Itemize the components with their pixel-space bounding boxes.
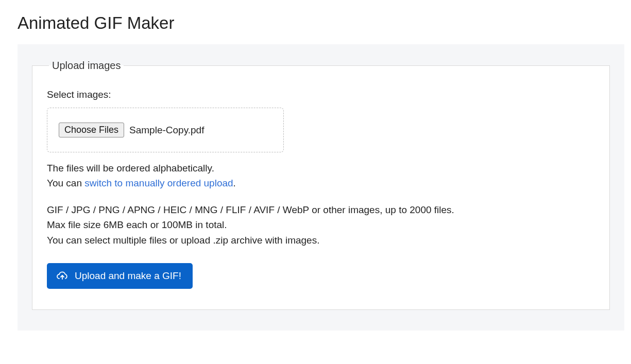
- formats-line: GIF / JPG / PNG / APNG / HEIC / MNG / FL…: [47, 202, 595, 217]
- cloud-upload-icon: [56, 271, 69, 281]
- choose-files-button[interactable]: Choose Files: [59, 123, 124, 137]
- page-title: Animated GIF Maker: [0, 0, 631, 33]
- switch-suffix: .: [233, 178, 236, 188]
- upload-legend: Upload images: [49, 60, 124, 72]
- selected-file-name: Sample-Copy.pdf: [129, 125, 204, 136]
- upload-fieldset: Upload images Select images: Choose File…: [32, 60, 610, 310]
- upload-button-label: Upload and make a GIF!: [75, 270, 181, 282]
- file-input-row: Choose Files Sample-Copy.pdf: [59, 123, 272, 137]
- multiselect-line: You can select multiple files or upload …: [47, 233, 595, 248]
- switch-line: You can switch to manually ordered uploa…: [47, 176, 595, 190]
- upload-and-make-gif-button[interactable]: Upload and make a GIF!: [47, 263, 193, 289]
- switch-to-manual-link[interactable]: switch to manually ordered upload: [84, 178, 233, 188]
- upload-panel: Upload images Select images: Choose File…: [18, 44, 624, 331]
- select-images-label: Select images:: [47, 89, 595, 100]
- file-dropzone[interactable]: Choose Files Sample-Copy.pdf: [47, 108, 284, 152]
- maxsize-line: Max file size 6MB each or 100MB in total…: [47, 217, 595, 232]
- order-notice: The files will be ordered alphabetically…: [47, 161, 595, 176]
- spacer: [47, 191, 595, 202]
- switch-prefix: You can: [47, 178, 84, 188]
